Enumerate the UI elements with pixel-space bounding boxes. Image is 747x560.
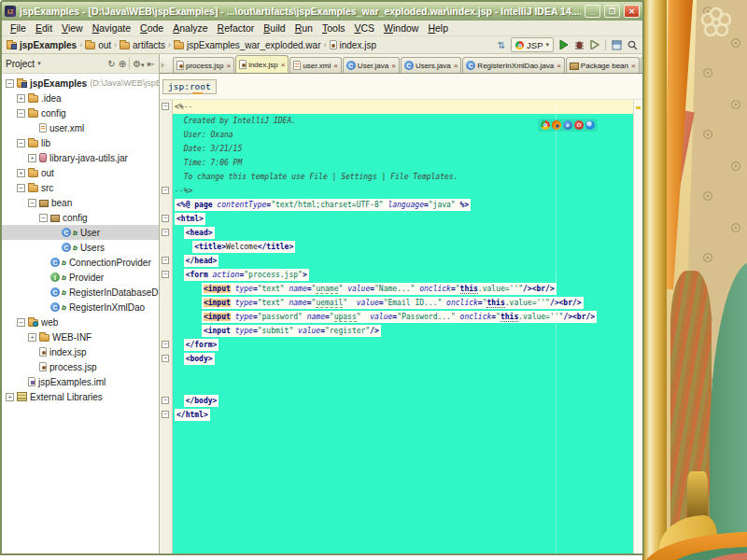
internet-explorer-icon[interactable]: e xyxy=(563,120,572,130)
fold-marker-icon[interactable]: − xyxy=(162,397,169,404)
collapse-node-icon[interactable]: − xyxy=(17,139,25,147)
tab-package-bean[interactable]: Package bean× xyxy=(566,57,640,73)
tree-item-bean[interactable]: −bean xyxy=(2,195,159,210)
tree-item-src[interactable]: −src xyxy=(2,180,159,195)
code-line[interactable]: </head> xyxy=(173,254,642,268)
close-tab-icon[interactable]: × xyxy=(391,62,396,70)
fold-marker-icon[interactable]: − xyxy=(162,341,169,348)
code-line[interactable]: <%@ page contentType="text/html;charset=… xyxy=(173,198,642,212)
code-line[interactable]: To change this template use File | Setti… xyxy=(173,170,642,184)
menu-refactor[interactable]: Refactor xyxy=(213,22,260,34)
search-icon[interactable] xyxy=(627,40,638,50)
menu-edit[interactable]: Edit xyxy=(31,22,57,34)
error-stripe[interactable] xyxy=(633,100,642,553)
tab-user-xml[interactable]: user.xml× xyxy=(289,57,341,73)
fold-marker-icon[interactable]: − xyxy=(162,271,169,278)
code-lines[interactable]: <%--Created by IntelliJ IDEA.User: Oxana… xyxy=(173,100,642,553)
menu-help[interactable]: Help xyxy=(423,22,453,34)
tree-item-web-inf[interactable]: +WEB-INF xyxy=(2,329,159,344)
close-tab-icon[interactable]: × xyxy=(454,62,458,70)
tree-item-process-jsp[interactable]: process.jsp xyxy=(2,359,159,374)
code-line[interactable]: </html> xyxy=(173,408,642,422)
tree-item-registerindatabasedao[interactable]: CbRegisterInDatabaseDao xyxy=(2,285,159,300)
code-line[interactable]: </body> xyxy=(173,394,642,408)
tree-item-connectionprovider[interactable]: CbConnectionProvider xyxy=(2,255,159,270)
tab-index-jsp[interactable]: index.jsp× xyxy=(235,55,289,73)
expand-node-icon[interactable]: + xyxy=(17,169,25,177)
tree-item-library-java-utils-jar[interactable]: +library-java-utils.jar xyxy=(2,150,159,165)
code-line[interactable] xyxy=(173,380,642,394)
menu-tools[interactable]: Tools xyxy=(317,22,350,34)
code-line[interactable]: <input type="text" name="uemail" value="… xyxy=(173,296,642,310)
code-line[interactable]: <%-- xyxy=(173,100,642,114)
code-line[interactable]: <input type="submit" value="register"/> xyxy=(173,324,642,338)
tab-user-java[interactable]: CUser.java× xyxy=(343,57,400,73)
collapse-node-icon[interactable]: − xyxy=(17,109,25,118)
code-line[interactable]: </form> xyxy=(173,338,642,352)
fold-marker-icon[interactable]: − xyxy=(162,411,169,418)
collapse-node-icon[interactable]: − xyxy=(6,79,14,88)
breadcrumb-item[interactable]: out xyxy=(85,40,111,50)
code-line[interactable]: <html> xyxy=(173,212,642,226)
tree-item-jspexamples[interactable]: −jspExamples (D:\Java\WEB\jspExamples) xyxy=(2,76,159,91)
gear-icon[interactable]: ⚙▾ xyxy=(133,59,144,69)
close-button[interactable]: ✕ xyxy=(624,5,640,18)
menu-view[interactable]: View xyxy=(57,22,88,34)
breadcrumb-item[interactable]: artifacts xyxy=(120,40,165,50)
menu-vcs[interactable]: VCS xyxy=(349,22,379,34)
restore-button[interactable]: ❐ xyxy=(604,5,620,18)
warning-stripe-mark[interactable] xyxy=(636,106,641,109)
chevron-down-icon[interactable]: ▾ xyxy=(37,60,41,67)
breadcrumb-item[interactable]: index.jsp xyxy=(330,40,376,50)
close-tab-icon[interactable]: × xyxy=(631,62,636,70)
collapse-node-icon[interactable]: − xyxy=(39,214,48,222)
code-line[interactable]: Time: 7:06 PM xyxy=(173,156,642,170)
tag-breadcrumb-chip[interactable]: jsp:root xyxy=(162,79,217,94)
minimize-button[interactable]: _ xyxy=(585,5,600,18)
fold-marker-icon[interactable]: − xyxy=(162,103,169,110)
run-button[interactable] xyxy=(559,40,569,49)
locate-icon[interactable]: ⊕ xyxy=(119,59,126,69)
project-panel-title[interactable]: Project xyxy=(6,59,35,69)
tree-item-user-xml[interactable]: user.xml xyxy=(2,120,159,135)
menu-analyze[interactable]: Analyze xyxy=(168,22,212,34)
tool-window-icon[interactable] xyxy=(612,40,622,50)
collapse-node-icon[interactable]: − xyxy=(17,184,25,192)
fold-marker-icon[interactable]: − xyxy=(162,229,169,236)
tree-item-registerinxmldao[interactable]: CbRegisterInXmlDao xyxy=(2,300,159,315)
collapse-node-icon[interactable]: − xyxy=(17,318,25,327)
fold-marker-icon[interactable]: − xyxy=(162,257,169,264)
code-line[interactable]: Date: 3/21/15 xyxy=(173,142,642,156)
safari-icon[interactable] xyxy=(585,120,595,130)
close-tab-icon[interactable]: × xyxy=(226,62,231,70)
tab-process-jsp[interactable]: process.jsp× xyxy=(173,57,234,73)
tree-item-out[interactable]: +out xyxy=(2,165,159,180)
tab-users-java[interactable]: CUsers.java× xyxy=(401,57,461,73)
opera-icon[interactable]: O xyxy=(574,120,584,130)
code-line[interactable]: <input type="password" name="upass" valu… xyxy=(173,310,642,324)
tree-item-jspexamples-iml[interactable]: jspExamples.iml xyxy=(2,374,159,389)
collapse-node-icon[interactable]: − xyxy=(28,199,36,207)
tree-item-config[interactable]: −config xyxy=(2,210,159,225)
tree-item-index-jsp[interactable]: index.jsp xyxy=(2,344,159,359)
tree-item-users[interactable]: CbUsers xyxy=(2,240,159,255)
fold-marker-icon[interactable]: − xyxy=(162,355,169,362)
tree-item-provider[interactable]: IbProvider xyxy=(2,270,159,285)
breadcrumb-item[interactable]: jspExamples_war_exploded.war xyxy=(174,40,320,50)
code-editor[interactable]: −−−−−−−−−− <%--Created by IntelliJ IDEA.… xyxy=(160,100,642,553)
tree-item--idea[interactable]: +.idea xyxy=(2,91,159,105)
code-line[interactable]: <head> xyxy=(173,226,642,240)
close-tab-icon[interactable]: × xyxy=(281,61,286,69)
close-tab-icon[interactable]: × xyxy=(333,62,338,70)
tree-item-config[interactable]: −config xyxy=(2,105,159,120)
expand-node-icon[interactable]: + xyxy=(17,94,25,103)
code-line[interactable] xyxy=(173,366,642,380)
expand-node-icon[interactable]: + xyxy=(28,333,36,342)
fold-marker-icon[interactable]: − xyxy=(162,215,169,222)
breadcrumb-item[interactable]: jspExamples xyxy=(7,40,77,50)
menu-build[interactable]: Build xyxy=(259,22,289,34)
menu-file[interactable]: File xyxy=(6,22,31,34)
tree-item-web[interactable]: −web xyxy=(2,315,159,329)
tab-config-user-xml[interactable]: config\user.xml× xyxy=(641,57,642,73)
tab-registerinxmldao-java[interactable]: CRegisterInXmlDao.java× xyxy=(462,57,564,73)
